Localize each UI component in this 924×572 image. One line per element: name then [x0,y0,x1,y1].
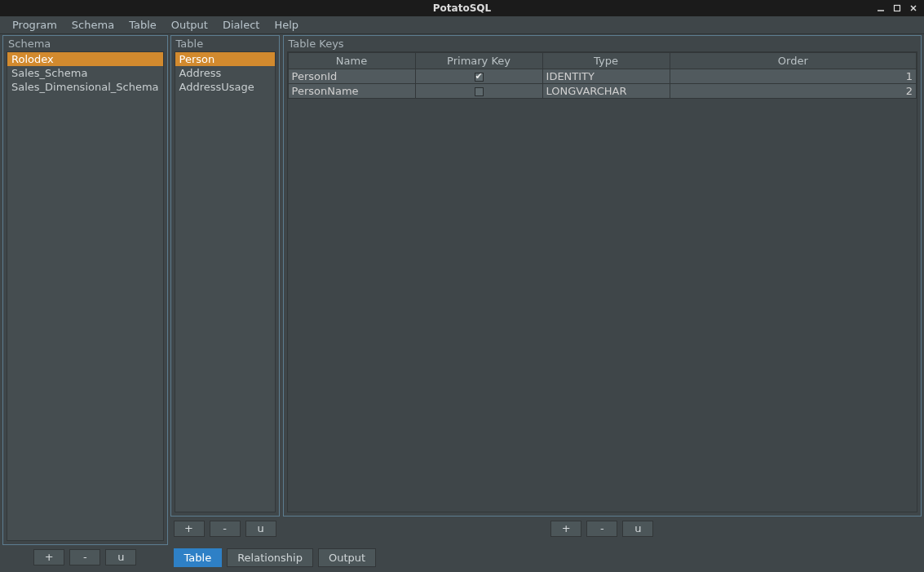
menu-program[interactable]: Program [5,17,64,33]
table-column: Table Person Address AddressUsage + - u [170,35,280,545]
table-add-button[interactable]: + [174,521,205,537]
keys-col-order[interactable]: Order [670,53,916,69]
keys-col-name[interactable]: Name [288,53,415,69]
keys-grid-wrap: Name Primary Key Type Order PersonId [287,51,917,512]
tab-output[interactable]: Output [318,548,376,567]
tab-relationship[interactable]: Relationship [227,548,313,567]
keys-add-button[interactable]: + [550,521,581,537]
schema-panel: Schema Rolodex Sales_Schema Sales_Dimens… [2,35,168,545]
right-column: Table Person Address AddressUsage + - u [170,35,922,570]
menu-output[interactable]: Output [164,17,215,33]
keys-col-type[interactable]: Type [542,53,670,69]
table-item-address[interactable]: Address [175,66,275,80]
schema-item-sales[interactable]: Sales_Schema [7,66,163,80]
keys-buttons: + - u [283,517,922,541]
keys-col-primary[interactable]: Primary Key [415,53,542,69]
schema-column: Schema Rolodex Sales_Schema Sales_Dimens… [2,35,168,570]
keys-row[interactable]: PersonName LONGVARCHAR 2 [288,84,916,99]
checkbox-checked-icon[interactable] [475,73,484,82]
keys-cell-primary[interactable] [415,84,542,99]
right-top: Table Person Address AddressUsage + - u [170,35,922,545]
minimize-button[interactable] [875,2,886,14]
table-buttons: + - u [170,517,280,541]
main-content: Schema Rolodex Sales_Schema Sales_Dimens… [0,34,924,572]
window-title: PotatoSQL [0,2,924,14]
table-remove-button[interactable]: - [210,521,241,537]
maximize-button[interactable] [891,2,903,14]
table-item-addressusage[interactable]: AddressUsage [175,80,275,94]
keys-grid[interactable]: Name Primary Key Type Order PersonId [288,52,917,99]
keys-cell-type[interactable]: LONGVARCHAR [542,84,670,99]
keys-panel-title: Table Keys [284,36,921,51]
table-item-person[interactable]: Person [175,52,275,66]
schema-remove-button[interactable]: - [69,549,100,565]
close-button[interactable] [908,2,919,14]
schema-item-sales-dim[interactable]: Sales_Dimensional_Schema [7,80,163,94]
table-update-button[interactable]: u [245,521,276,537]
menu-bar: Program Schema Table Output Dialect Help [0,16,924,34]
keys-panel: Table Keys Name Primary Key [283,35,922,517]
schema-add-button[interactable]: + [33,549,64,565]
tab-table[interactable]: Table [174,548,223,567]
schema-update-button[interactable]: u [105,549,136,565]
keys-update-button[interactable]: u [622,521,653,537]
table-list[interactable]: Person Address AddressUsage [175,51,276,512]
app-window: PotatoSQL Program Schema Table Output Di… [0,0,924,572]
menu-help[interactable]: Help [267,17,306,33]
keys-remove-button[interactable]: - [586,521,617,537]
schema-buttons: + - u [2,545,168,570]
window-buttons [875,2,924,14]
menu-table[interactable]: Table [122,17,164,33]
keys-cell-name[interactable]: PersonId [288,69,415,84]
schema-list[interactable]: Rolodex Sales_Schema Sales_Dimensional_S… [7,51,164,541]
schema-panel-title: Schema [3,36,167,51]
keys-cell-order[interactable]: 1 [670,69,916,84]
keys-row[interactable]: PersonId IDENTITY 1 [288,69,916,84]
keys-cell-type[interactable]: IDENTITY [542,69,670,84]
table-panel-title: Table [171,36,279,51]
bottom-tabs: Table Relationship Output [170,545,922,570]
menu-schema[interactable]: Schema [64,17,122,33]
keys-cell-order[interactable]: 2 [670,84,916,99]
schema-item-rolodex[interactable]: Rolodex [7,52,163,66]
title-bar: PotatoSQL [0,0,924,16]
keys-column: Table Keys Name Primary Key [283,35,922,545]
menu-dialect[interactable]: Dialect [215,17,267,33]
keys-cell-primary[interactable] [415,69,542,84]
checkbox-unchecked-icon[interactable] [475,87,484,96]
svg-rect-1 [895,6,900,11]
table-panel: Table Person Address AddressUsage [170,35,280,517]
keys-cell-name[interactable]: PersonName [288,84,415,99]
